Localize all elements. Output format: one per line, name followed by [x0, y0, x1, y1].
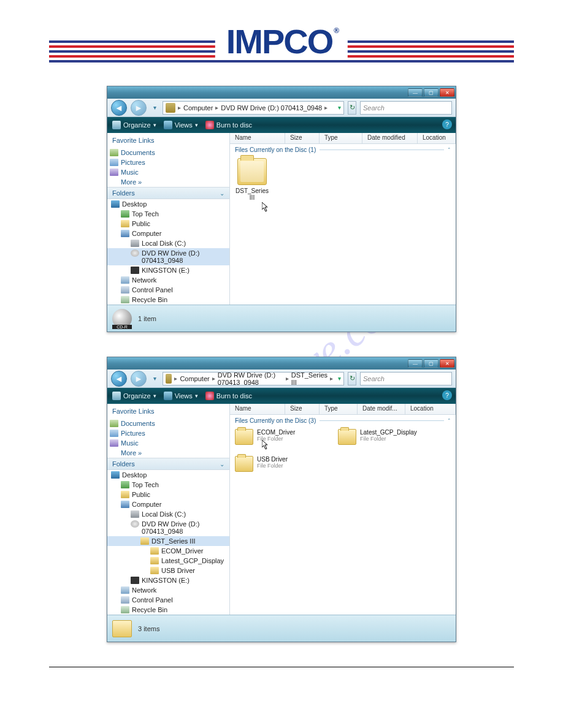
item-usb-driver[interactable]: USB DriverFile Folder — [235, 456, 327, 472]
tree-public[interactable]: Public — [107, 490, 229, 499]
tree-controlpanel[interactable]: Control Panel — [107, 285, 229, 295]
group-header[interactable]: Files Currently on the Disc (1)˄ — [230, 144, 456, 156]
folder-icon — [140, 537, 149, 545]
crumb-dvd[interactable]: DVD RW Drive (D:) 070413_0948 — [218, 372, 283, 385]
crumb-dst[interactable]: DST_Series III — [291, 372, 327, 385]
collapse-icon[interactable]: ˄ — [448, 418, 451, 424]
tree-recyclebin[interactable]: Recycle Bin — [107, 295, 229, 305]
tree-toptech[interactable]: Top Tech — [107, 480, 229, 490]
maximize-button[interactable]: ▢ — [424, 88, 439, 97]
crumb-dvd[interactable]: DVD RW Drive (D:) 070413_0948 — [221, 104, 322, 112]
tree-local-c[interactable]: Local Disk (C:) — [107, 238, 229, 248]
col-size[interactable]: Size — [285, 133, 320, 143]
collapse-icon[interactable]: ˄ — [448, 147, 451, 153]
refresh-button[interactable]: ↻ — [348, 101, 356, 115]
tree-toptech[interactable]: Top Tech — [107, 209, 229, 219]
burn-icon — [205, 392, 214, 400]
back-button[interactable]: ◄ — [111, 100, 127, 116]
tree-recyclebin[interactable]: Recycle Bin — [107, 605, 229, 615]
burn-button[interactable]: Burn to disc — [205, 121, 252, 129]
search-input[interactable]: Search — [360, 101, 452, 115]
col-name[interactable]: Name — [230, 404, 285, 414]
tree-ecom[interactable]: ECOM_Driver — [107, 546, 229, 556]
tree-dvd[interactable]: DVD RW Drive (D:) 070413_0948 — [107, 519, 229, 536]
tree-computer[interactable]: Computer — [107, 499, 229, 509]
tree-desktop[interactable]: Desktop — [107, 199, 229, 209]
tree-network[interactable]: Network — [107, 275, 229, 285]
column-headers[interactable]: Name Size Type Date modif... Location — [230, 404, 456, 415]
sidebar-item-music[interactable]: Music — [107, 438, 229, 448]
dvd-icon — [131, 249, 139, 257]
folders-toggle[interactable]: Folders⌄ — [107, 458, 229, 470]
sidebar-item-documents[interactable]: Documents — [107, 419, 229, 428]
sidebar-item-pictures[interactable]: Pictures — [107, 428, 229, 438]
forward-button[interactable]: ► — [131, 371, 147, 387]
column-headers[interactable]: Name Size Type Date modified Location — [230, 133, 456, 144]
sidebar-item-pictures[interactable]: Pictures — [107, 157, 229, 167]
organize-menu[interactable]: Organize — [112, 392, 156, 400]
computer-icon — [121, 230, 129, 237]
item-latest-gcp[interactable]: Latest_GCP_DisplayFile Folder — [338, 429, 430, 445]
sidebar-item-more[interactable]: More — [107, 177, 229, 187]
forward-button[interactable]: ► — [131, 100, 147, 116]
close-button[interactable]: ✕ — [440, 359, 454, 368]
views-menu[interactable]: Views — [164, 121, 198, 129]
status-text: 3 items — [138, 625, 159, 632]
help-button[interactable]: ? — [442, 119, 452, 129]
sidebar-item-more[interactable]: More — [107, 448, 229, 458]
history-dropdown[interactable]: ▾ — [150, 374, 159, 383]
sidebar-item-music[interactable]: Music — [107, 167, 229, 177]
folder-icon — [150, 557, 159, 564]
col-name[interactable]: Name — [230, 133, 285, 143]
tree-local-c[interactable]: Local Disk (C:) — [107, 509, 229, 519]
favorites-header: Favorite Links — [107, 404, 229, 419]
refresh-button[interactable]: ↻ — [348, 372, 356, 385]
minimize-button[interactable]: — — [408, 359, 423, 368]
views-menu[interactable]: Views — [164, 392, 198, 400]
music-icon — [110, 439, 118, 447]
sidebar: Favorite Links Documents Pictures Music … — [107, 133, 230, 305]
tree-gcp[interactable]: Latest_GCP_Display — [107, 556, 229, 566]
usb-icon — [131, 267, 139, 274]
tree-network[interactable]: Network — [107, 585, 229, 595]
folder-icon — [338, 429, 356, 445]
tree-public[interactable]: Public — [107, 219, 229, 229]
breadcrumb[interactable]: ▸ Computer ▸ DVD RW Drive (D:) 070413_09… — [163, 101, 344, 115]
history-dropdown[interactable]: ▾ — [150, 104, 159, 112]
recyclebin-icon — [121, 606, 129, 613]
crumb-computer[interactable]: Computer — [180, 375, 209, 382]
back-button[interactable]: ◄ — [111, 371, 127, 387]
breadcrumb[interactable]: ▸ Computer ▸ DVD RW Drive (D:) 070413_09… — [163, 372, 344, 385]
item-ecom-driver[interactable]: ECOM_DriverFile Folder — [235, 429, 327, 445]
col-type[interactable]: Type — [320, 404, 358, 414]
tree-dvd[interactable]: DVD RW Drive (D:) 070413_0948 — [107, 248, 229, 265]
tree-desktop[interactable]: Desktop — [107, 470, 229, 480]
col-location[interactable]: Location — [405, 404, 456, 414]
group-header[interactable]: Files Currently on the Disc (3)˄ — [230, 415, 456, 427]
maximize-button[interactable]: ▢ — [424, 359, 439, 368]
sidebar-item-documents[interactable]: Documents — [107, 148, 229, 157]
organize-menu[interactable]: Organize — [112, 121, 156, 129]
tree-kingston[interactable]: KINGSTON (E:) — [107, 575, 229, 585]
search-input[interactable]: Search — [360, 372, 452, 385]
item-dst-series[interactable]: DST_Series III — [235, 158, 269, 212]
col-size[interactable]: Size — [285, 404, 320, 414]
minimize-button[interactable]: — — [408, 88, 423, 97]
col-type[interactable]: Type — [320, 133, 362, 143]
folder-icon — [166, 374, 172, 384]
tree-kingston[interactable]: KINGSTON (E:) — [107, 265, 229, 275]
tree-controlpanel[interactable]: Control Panel — [107, 595, 229, 605]
col-date[interactable]: Date modified — [362, 133, 418, 143]
folders-toggle[interactable]: Folders⌄ — [107, 187, 229, 199]
tree-computer[interactable]: Computer — [107, 229, 229, 238]
tree-usb[interactable]: USB Driver — [107, 566, 229, 575]
help-button[interactable]: ? — [442, 390, 452, 400]
nav-row: ◄ ► ▾ ▸ Computer ▸ DVD RW Drive (D:) 070… — [107, 370, 456, 388]
explorer-window-1: — ▢ ✕ ◄ ► ▾ ▸ Computer ▸ DVD RW Drive (D… — [107, 86, 456, 332]
col-date[interactable]: Date modif... — [358, 404, 405, 414]
tree-dst[interactable]: DST_Series III — [107, 536, 229, 546]
col-location[interactable]: Location — [418, 133, 456, 143]
burn-button[interactable]: Burn to disc — [205, 392, 252, 400]
crumb-computer[interactable]: Computer — [183, 104, 213, 112]
close-button[interactable]: ✕ — [440, 88, 454, 97]
